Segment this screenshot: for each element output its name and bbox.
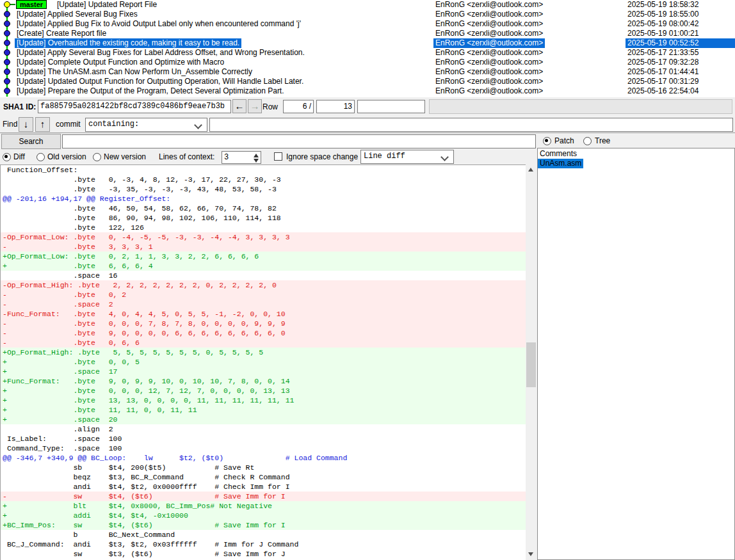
scroll-down-button[interactable] [526,549,537,560]
find-input[interactable] [209,118,733,132]
commit-date: 2025-05-17 01:44:41 [626,67,735,77]
branch-tag[interactable]: master [16,0,47,9]
find-match-mode-value: containing: [88,120,139,129]
find-label: Find [3,120,17,129]
diff-view[interactable]: Function_Offset: .byte 0, -3, 4, 8, 12, … [0,164,526,560]
search-input[interactable] [62,134,536,148]
commit-date: 2025-05-19 18:58:32 [626,0,735,10]
diff-line-ctx: beqz $t3, BC_R_Command # Check R Command [1,472,526,482]
down-arrow-icon: ↓ [24,118,29,129]
lines-of-context-value: 3 [224,152,229,163]
commit-date: 2025-05-16 22:54:04 [626,86,735,96]
up-arrow-icon: ↑ [40,118,45,129]
commit-date: 2025-05-19 01:00:21 [626,29,735,38]
lines-of-context-spinner[interactable]: 3 [222,151,261,164]
spinner-down-icon[interactable] [254,159,259,163]
diff-line-ctx: sw $t3, ($t6) # Save Imm for J [1,549,526,559]
diff-line-del: - .space 2 [1,300,526,309]
diff-line-ctx: Function_Offset: [1,165,526,175]
commit-author: EnRonG <zerxli@outlook.com> [433,29,545,38]
commit-author: EnRonG <zerxli@outlook.com> [433,10,545,19]
diff-mode-dropdown[interactable]: Line diff [360,150,454,164]
commit-label: commit [56,120,81,129]
tree-label: Tree [595,136,610,145]
commit-row[interactable]: [Update] Applied Bug Fix to Avoid Output… [0,19,735,29]
row-total-field: 13 [316,100,355,113]
commit-row[interactable]: [Update] Complete Output Function and Op… [0,58,735,67]
diff-scrollbar[interactable] [526,164,537,560]
file-list-panel: CommentsUnAsm.asm [537,148,735,560]
chevron-down-icon [440,153,449,161]
commit-author: EnRonG <zerxli@outlook.com> [433,67,545,77]
diff-line-del: - .byte 0, 0, 0, 7, 8, 7, 8, 0, 0, 0, 0,… [1,319,526,328]
commit-row[interactable]: [Update] Updated Output Function for Out… [0,77,735,86]
scroll-up-button[interactable] [526,164,537,175]
patch-radio[interactable] [543,137,551,145]
commit-node-icon [4,12,10,17]
diff-line-add: + .space 20 [1,415,526,424]
file-list-item[interactable]: UnAsm.asm [538,159,583,168]
diff-line-ctx: .byte 122, 126 [1,223,526,232]
commit-row[interactable]: [Update] Apply Several Bug Fixes for Lab… [0,48,735,58]
diff-line-del: -Op_Format_High: .byte 2, 2, 2, 2, 2, 2,… [1,280,526,290]
commit-subject: [Update] Complete Output Function and Op… [15,58,226,67]
sha1-bar: SHA1 ID: fa885795a0281422bf8cd7389c0486b… [0,97,735,116]
diff-line-ctx: Command_Type: .space 100 [1,444,526,453]
diff-line-add: + blt $t4, 0x8000, BC_Imm_Pos# Not Negat… [1,501,526,511]
search-button[interactable]: Search [1,134,61,149]
new-version-radio[interactable] [93,153,101,161]
sha1-input[interactable]: fa885795a0281422bf8cd7389c0486bf9eae7b3b [38,100,231,113]
find-next-button[interactable]: ↓ [19,117,33,132]
commit-author: EnRonG <zerxli@outlook.com> [433,48,545,58]
history-back-button[interactable]: ← [232,99,246,113]
commit-subject: [Update] Applied Several Bug Fixes [15,10,140,19]
diff-line-hunk: @@ -346,7 +340,9 @@ BC_Loop: lw $t2, ($t… [1,453,526,463]
diff-line-add: + .byte 11, 11, 0, 0, 11, 11 [1,405,526,415]
row-position-field: 6 / [283,100,314,113]
spinner-up-icon[interactable] [254,154,259,157]
search-button-label: Search [19,137,43,146]
commit-node-icon [4,69,10,75]
commit-author: EnRonG <zerxli@outlook.com> [433,19,545,29]
left-arrow-icon: ← [235,100,245,111]
commit-row[interactable]: [Update] Overhauled the existing code, m… [0,38,735,48]
commit-subject: [Update] Apply Several Bug Fixes for Lab… [15,48,307,58]
diff-radio[interactable] [3,153,11,161]
status-strip [429,99,732,114]
commit-row[interactable]: [Create] Create Report fileEnRonG <zerxl… [0,29,735,38]
find-match-mode-dropdown[interactable]: containing: [85,118,207,132]
patch-label: Patch [554,136,574,145]
commit-author: EnRonG <zerxli@outlook.com> [433,0,545,10]
commit-row[interactable]: [Update] Prepare the Output of the Progr… [0,86,735,96]
tree-radio[interactable] [583,137,592,145]
commit-author: EnRonG <zerxli@outlook.com> [433,58,545,67]
commit-row[interactable]: master[Update] Updated Report FileEnRonG… [0,0,735,10]
diff-line-ctx: BC_J_Command: andi $t3, $t2, 0x03ffffff … [1,540,526,549]
diff-line-ctx: b BC_Next_Command [1,530,526,540]
ignore-space-checkbox[interactable] [274,152,282,161]
commit-row[interactable]: [Update] The UnASM.asm Can Now Perform U… [0,67,735,77]
diff-line-ctx: .byte 46, 50, 54, 58, 62, 66, 70, 74, 78… [1,204,526,213]
sha1-label: SHA1 ID: [3,102,36,111]
head-commit-node-icon [4,2,10,8]
find-prev-button[interactable]: ↑ [35,117,50,132]
commit-node-icon [4,40,10,46]
chevron-down-icon [194,121,202,129]
commit-node-icon [4,79,10,84]
diff-line-add: + .byte 0, 0, 0, 12, 7, 12, 7, 0, 0, 0, … [1,386,526,396]
file-list-item[interactable]: Comments [538,149,579,159]
diff-line-del: - .byte 0, 6, 6 [1,338,526,348]
commit-row[interactable]: [Update] Applied Several Bug FixesEnRonG… [0,10,735,19]
commit-node-icon [4,50,10,56]
find-bar: Find ↓ ↑ commit containing: [0,116,735,133]
old-version-radio[interactable] [36,153,45,161]
commit-date: 2025-05-19 00:52:52 [626,38,735,48]
scrollbar-thumb[interactable] [526,342,536,387]
diff-line-ctx: .byte 86, 90, 94, 98, 102, 106, 110, 114… [1,213,526,223]
commit-date: 2025-05-19 18:55:00 [626,10,735,19]
commit-list: master[Update] Updated Report FileEnRonG… [0,0,735,97]
diff-line-del: - sw $t4, ($t6) # Save Imm for I [1,492,526,501]
commit-date: 2025-05-19 08:00:42 [626,19,735,29]
history-forward-button[interactable]: → [248,99,262,113]
commit-node-icon [4,21,10,27]
